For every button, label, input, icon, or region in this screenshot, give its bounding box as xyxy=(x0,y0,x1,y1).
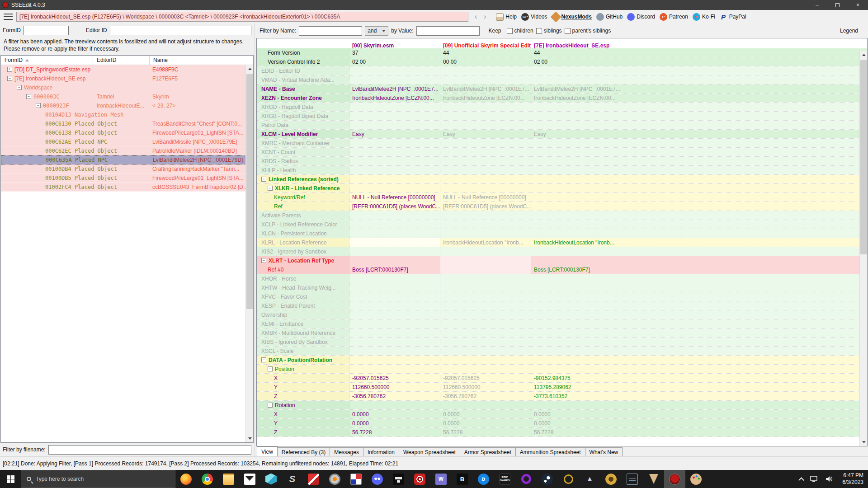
value-cell[interactable] xyxy=(349,75,440,84)
value-cell[interactable]: [REFR:000C61D5] (places WoodC... xyxy=(349,202,440,211)
value-cell[interactable]: 44 xyxy=(440,48,531,57)
field-label-cell[interactable]: Ref xyxy=(257,202,349,211)
value-cell[interactable] xyxy=(440,121,531,129)
value-cell[interactable] xyxy=(440,229,531,238)
value-cell[interactable]: 00 00 xyxy=(440,57,531,66)
nexusmods-link[interactable]: NexusMods xyxy=(552,13,592,21)
value-cell[interactable]: IronbackHideoutZone [ECZN:00... xyxy=(349,94,440,102)
filter-by-value-input[interactable] xyxy=(416,26,480,36)
value-cell[interactable]: -3773.610352 xyxy=(531,392,620,400)
mail-icon[interactable] xyxy=(239,470,260,488)
tree-column-editorid[interactable]: EditorID xyxy=(93,56,150,65)
formid-input[interactable] xyxy=(24,26,69,35)
keep-children-checkbox[interactable]: children xyxy=(507,28,533,34)
paint-icon[interactable] xyxy=(685,470,707,488)
value-cell[interactable]: -3056.780762 xyxy=(349,392,440,400)
field-label-cell[interactable]: XCLP - Linked Reference Color xyxy=(257,220,349,229)
value-cell[interactable] xyxy=(440,211,531,220)
value-cell[interactable]: -90152.984375 xyxy=(531,374,620,382)
value-cell[interactable] xyxy=(531,274,620,283)
value-cell[interactable] xyxy=(440,184,531,192)
value-cell[interactable] xyxy=(349,301,440,310)
field-label-cell[interactable]: XLCM - Level Modifier xyxy=(257,130,349,138)
value-cell[interactable] xyxy=(531,148,620,156)
videos-link[interactable]: GPVideos xyxy=(521,13,547,21)
value-cell[interactable] xyxy=(349,283,440,292)
legend-link[interactable]: Legend xyxy=(840,28,858,34)
value-cell[interactable] xyxy=(349,347,440,355)
s-logo-icon[interactable]: S xyxy=(282,470,303,488)
value-cell[interactable]: 0.0000 xyxy=(440,419,531,427)
field-label-cell[interactable]: X xyxy=(257,410,349,418)
file-explorer-icon[interactable] xyxy=(218,470,239,488)
tree-row[interactable]: 000C6130 Placed ObjectTreasBanditChest "… xyxy=(1,119,253,128)
tree-row[interactable]: 000C62AE Placed NPCLvlBanditMissile [NPC… xyxy=(1,137,253,146)
value-cell[interactable]: 56.7228 xyxy=(349,428,440,436)
value-cell[interactable]: Easy xyxy=(531,130,620,138)
value-cell[interactable] xyxy=(440,166,531,174)
value-cell[interactable] xyxy=(349,166,440,174)
tree-row[interactable]: 01002FC4 Placed ObjectccBGSSSE043_FarmBT… xyxy=(1,183,253,192)
field-label-cell[interactable]: XEMI - Emittance xyxy=(257,319,349,328)
collapse-icon[interactable]: − xyxy=(268,366,273,371)
start-button[interactable] xyxy=(0,470,21,488)
value-cell[interactable] xyxy=(531,319,620,328)
value-cell[interactable]: [REFR:000C61D5] (places WoodC... xyxy=(440,202,531,211)
field-label-cell[interactable]: VMAD - Virtual Machine Ada... xyxy=(257,75,349,84)
value-cell[interactable] xyxy=(440,103,531,111)
value-cell[interactable] xyxy=(440,356,531,364)
taskbar-search[interactable]: Type here to search xyxy=(21,470,175,488)
star-app-icon[interactable]: ▲ xyxy=(579,470,600,488)
value-cell[interactable]: IronbackHideoutZone [ECZN:00... xyxy=(531,94,620,102)
value-cell[interactable] xyxy=(349,292,440,301)
tab-referenced-by-3-[interactable]: Referenced By (3) xyxy=(277,447,330,456)
bethesda-icon[interactable]: B xyxy=(452,470,473,488)
mosaic-app-icon[interactable] xyxy=(345,470,367,488)
swtor-icon[interactable] xyxy=(600,470,622,488)
w-app-icon[interactable]: W xyxy=(430,470,452,488)
field-label-cell[interactable]: XIBS - Ignored By Sandbox xyxy=(257,338,349,346)
field-label-cell[interactable]: Version Control Info 2 xyxy=(257,57,349,66)
value-cell[interactable]: LvlBanditMelee2H [NPC_:0001E7... xyxy=(531,84,620,93)
value-cell[interactable] xyxy=(440,347,531,355)
field-label-cell[interactable]: Y xyxy=(257,383,349,391)
value-cell[interactable] xyxy=(440,175,531,183)
collapse-icon[interactable]: − xyxy=(261,177,266,182)
grid-scrollbar[interactable] xyxy=(859,51,867,446)
field-label-cell[interactable]: Activate Parents xyxy=(257,211,349,220)
collapse-icon[interactable]: − xyxy=(261,258,266,263)
value-cell[interactable] xyxy=(440,112,531,120)
vortex-fox-icon[interactable] xyxy=(303,470,324,488)
tornado-app-icon[interactable] xyxy=(643,470,664,488)
value-cell[interactable]: 112660.500000 xyxy=(440,383,531,391)
tree-row[interactable]: 000C635A Placed NPCLvlBanditMelee2H [NPC… xyxy=(1,155,253,164)
value-cell[interactable] xyxy=(440,75,531,84)
patreon-link[interactable]: PPatreon xyxy=(660,13,688,21)
tab-messages[interactable]: Messages xyxy=(330,447,363,456)
disc-burner-icon[interactable] xyxy=(324,470,345,488)
paypal-link[interactable]: PPayPal xyxy=(720,13,746,21)
tray-chevron-up-icon[interactable] xyxy=(798,477,804,483)
field-label-cell[interactable]: XHOR - Horse xyxy=(257,274,349,283)
value-cell[interactable] xyxy=(531,256,620,265)
value-cell[interactable]: -92057.015625 xyxy=(440,374,531,382)
field-label-cell[interactable]: EDID - Editor ID xyxy=(257,66,349,75)
value-cell[interactable]: IronbackHideoutZone [ECZN:00... xyxy=(440,94,531,102)
tree-column-formid[interactable]: FormID xyxy=(1,56,93,65)
value-cell[interactable] xyxy=(349,103,440,111)
field-label-cell[interactable]: XESP - Enable Parent xyxy=(257,301,349,310)
tree-row[interactable]: 000C6138 Placed ObjectFirewoodPileLarge0… xyxy=(1,128,253,137)
field-label-cell[interactable]: Ownership xyxy=(257,310,349,319)
oculus-icon[interactable] xyxy=(515,470,537,488)
battle-net-icon[interactable]: b xyxy=(473,470,494,488)
back-icon[interactable]: ‹ xyxy=(475,12,477,21)
field-label-cell[interactable]: XLRL - Location Reference xyxy=(257,238,349,247)
tree-row[interactable]: −0000923FIronbackHideoutE...<-23, 27> xyxy=(1,101,253,110)
value-cell[interactable]: 02 00 xyxy=(531,57,620,66)
value-cell[interactable] xyxy=(440,220,531,229)
discord-icon[interactable] xyxy=(367,470,388,488)
plugin-column-header[interactable]: [7E] IronbackHideout_SE.esp xyxy=(534,42,609,49)
value-cell[interactable] xyxy=(349,274,440,283)
scroll-down-icon[interactable] xyxy=(246,435,254,442)
value-cell[interactable] xyxy=(440,157,531,165)
